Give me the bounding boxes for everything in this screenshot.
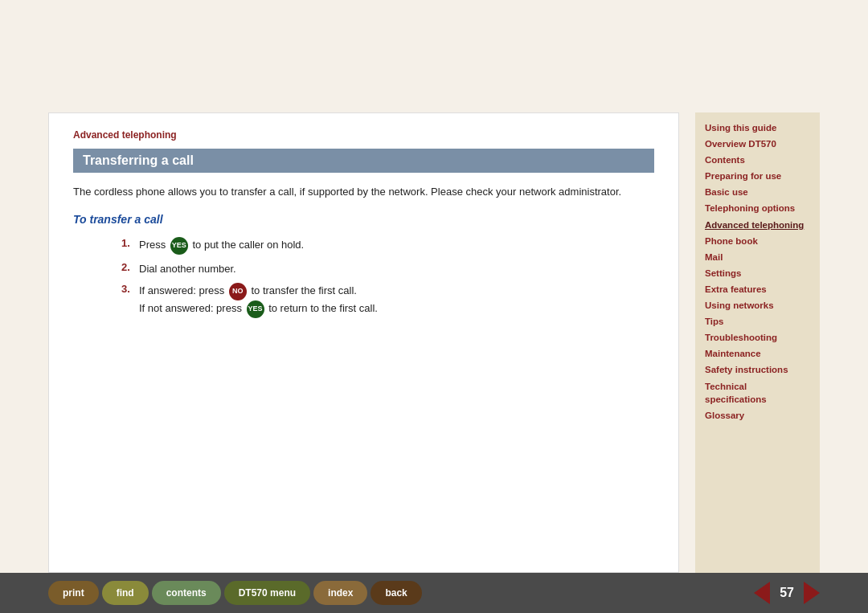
- sidebar-item-overview-dt570[interactable]: Overview DT570: [705, 137, 810, 151]
- sidebar-item-maintenance[interactable]: Maintenance: [705, 346, 810, 361]
- sidebar-item-tips[interactable]: Tips: [705, 314, 810, 329]
- print-button[interactable]: print: [48, 581, 99, 605]
- no-button-icon: NO: [229, 283, 247, 300]
- yes-button-icon-1: YES: [170, 237, 188, 255]
- sidebar-item-glossary[interactable]: Glossary: [705, 408, 810, 423]
- sidebar-item-advanced-telephoning[interactable]: Advanced telephoning: [705, 218, 810, 232]
- section-title: Transferring a call: [73, 149, 654, 173]
- sidebar-item-extra-features[interactable]: Extra features: [705, 282, 810, 296]
- sidebar-item-contents[interactable]: Contents: [705, 153, 810, 167]
- sidebar-item-telephoning-options[interactable]: Telephoning options: [705, 201, 810, 215]
- sidebar-item-safety-instructions[interactable]: Safety instructions: [705, 362, 810, 377]
- next-page-arrow[interactable]: [804, 582, 820, 604]
- sidebar-item-basic-use[interactable]: Basic use: [705, 185, 810, 199]
- intro-text: The cordless phone allows you to transfe…: [73, 184, 654, 200]
- dt570-menu-button[interactable]: DT570 menu: [224, 581, 310, 605]
- prev-page-arrow[interactable]: [754, 582, 770, 604]
- sidebar-item-troubleshooting[interactable]: Troubleshooting: [705, 330, 810, 345]
- sidebar-item-phone-book[interactable]: Phone book: [705, 234, 810, 248]
- step-2-content: Dial another number.: [139, 261, 236, 277]
- sidebar-item-preparing-for-use[interactable]: Preparing for use: [705, 169, 810, 183]
- sidebar-item-technical-specifications[interactable]: Technical specifications: [705, 379, 810, 407]
- steps-list: 1. Press YES to put the caller on hold. …: [73, 237, 654, 319]
- page-number: 57: [780, 586, 794, 600]
- sidebar: Using this guideOverview DT570ContentsPr…: [695, 112, 820, 573]
- section-label: Advanced telephoning: [73, 129, 654, 141]
- contents-button[interactable]: contents: [152, 581, 221, 605]
- top-spacer: [0, 0, 868, 112]
- step-3: 3. If answered: press NO to transfer the…: [121, 283, 654, 318]
- step-1-content: Press YES to put the caller on hold.: [139, 237, 304, 255]
- content-area: Advanced telephoning Transferring a call…: [48, 112, 679, 573]
- main-area: Advanced telephoning Transferring a call…: [0, 112, 868, 573]
- sidebar-item-using-networks[interactable]: Using networks: [705, 298, 810, 313]
- find-button[interactable]: find: [102, 581, 149, 605]
- index-button[interactable]: index: [313, 581, 367, 605]
- page-wrapper: Advanced telephoning Transferring a call…: [0, 0, 868, 613]
- sub-title: To transfer a call: [73, 213, 654, 226]
- sidebar-item-mail[interactable]: Mail: [705, 250, 810, 264]
- step-2: 2. Dial another number.: [121, 261, 654, 277]
- back-button[interactable]: back: [371, 581, 421, 605]
- bottom-bar: print find contents DT570 menu index bac…: [0, 573, 868, 613]
- step-2-num: 2.: [121, 261, 134, 273]
- sidebar-item-using-this-guide[interactable]: Using this guide: [705, 121, 810, 135]
- yes-button-icon-2: YES: [247, 300, 264, 318]
- page-navigation: 57: [754, 582, 820, 604]
- step-3-num: 3.: [121, 283, 134, 295]
- sidebar-item-settings[interactable]: Settings: [705, 266, 810, 280]
- step-1: 1. Press YES to put the caller on hold.: [121, 237, 654, 255]
- step-3-content: If answered: press NO to transfer the fi…: [139, 283, 378, 318]
- step-1-num: 1.: [121, 237, 134, 249]
